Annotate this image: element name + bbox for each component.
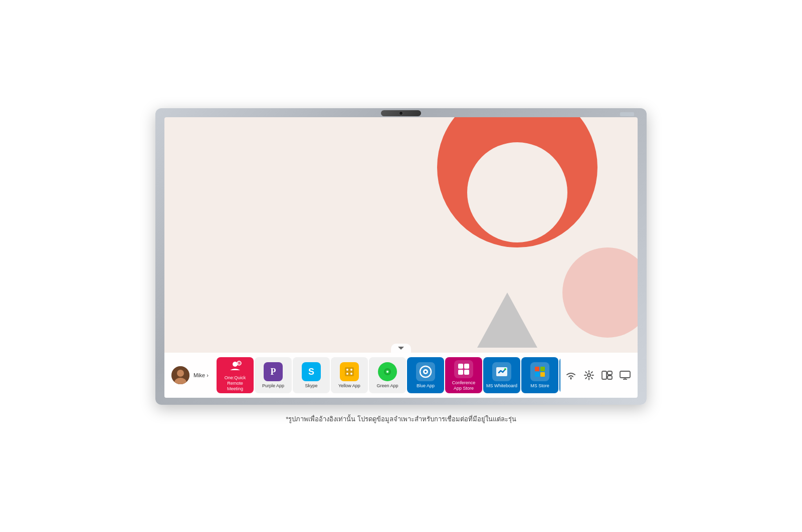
bg-circle-red-inner <box>467 142 567 242</box>
blue-label: Blue App <box>417 383 435 389</box>
chevron-down-icon <box>398 347 404 350</box>
bg-triangle <box>477 293 537 348</box>
monitor-indicator <box>620 112 634 116</box>
svg-rect-25 <box>540 367 545 371</box>
green-label: Green App <box>376 383 398 389</box>
app-mswhiteboard[interactable]: MS Whiteboard <box>483 357 520 393</box>
conference-label: ConferenceApp Store <box>452 380 476 391</box>
mswhiteboard-label: MS Whiteboard <box>486 383 517 389</box>
svg-rect-6 <box>345 367 354 376</box>
skype-icon: S <box>302 362 321 381</box>
avatar <box>171 366 189 384</box>
svg-rect-20 <box>458 370 463 375</box>
svg-point-41 <box>587 374 590 377</box>
svg-point-10 <box>350 373 352 375</box>
svg-rect-21 <box>464 370 469 375</box>
svg-rect-26 <box>535 372 539 377</box>
app-skype[interactable]: S Skype <box>293 357 330 393</box>
wifi-icon[interactable] <box>565 370 576 381</box>
user-section[interactable]: Mike › <box>171 366 209 384</box>
app-blue[interactable]: Blue App <box>407 357 444 393</box>
taskbar-handle[interactable] <box>391 344 411 353</box>
svg-rect-43 <box>608 371 612 375</box>
system-icons <box>560 370 631 381</box>
svg-point-40 <box>570 378 572 379</box>
purple-label: Purple App <box>262 383 284 389</box>
split-screen-icon[interactable] <box>602 370 613 381</box>
screen: Mike › ! One:Q <box>164 117 638 398</box>
app-purple[interactable]: P Purple App <box>255 357 292 393</box>
taskbar: Mike › ! One:Q <box>164 353 638 398</box>
svg-point-9 <box>346 373 348 375</box>
conference-icon <box>454 360 473 378</box>
msstore-icon <box>530 362 549 381</box>
blue-icon <box>416 362 435 381</box>
svg-text:!: ! <box>238 362 239 365</box>
svg-rect-45 <box>620 371 630 378</box>
green-icon <box>378 362 397 381</box>
msstore-label: MS Store <box>530 383 549 389</box>
svg-rect-24 <box>535 367 539 371</box>
camera-bar <box>381 110 421 116</box>
svg-rect-19 <box>464 364 469 369</box>
skype-label: Skype <box>305 383 317 389</box>
settings-icon[interactable] <box>583 370 594 381</box>
app-conference[interactable]: ConferenceApp Store <box>445 357 482 393</box>
svg-point-7 <box>346 369 348 371</box>
svg-point-1 <box>177 370 184 377</box>
purple-icon: P <box>264 362 283 381</box>
app-green[interactable]: Green App <box>369 357 406 393</box>
footer-text: *รูปภาพเพื่ออ้างอิงเท่านั้น โปรดดูข้อมูล… <box>286 414 516 424</box>
app-msstore[interactable]: MS Store <box>521 357 558 393</box>
display-icon[interactable] <box>620 370 631 381</box>
svg-point-14 <box>386 371 388 373</box>
svg-rect-27 <box>540 372 545 377</box>
yellow-label: Yellow App <box>338 383 360 389</box>
one-quick-icon: ! <box>226 359 245 373</box>
one-quick-label: One:QuickRemote Meeting <box>219 375 252 391</box>
svg-point-17 <box>425 371 427 373</box>
svg-point-8 <box>350 369 352 371</box>
camera-lens <box>399 111 403 115</box>
app-one-quick[interactable]: ! One:QuickRemote Meeting <box>217 357 254 393</box>
page-wrapper: Mike › ! One:Q <box>0 0 802 532</box>
user-name: Mike › <box>193 372 209 378</box>
mswhiteboard-icon <box>492 362 511 381</box>
yellow-icon <box>340 362 359 381</box>
svg-point-23 <box>504 368 506 370</box>
monitor-frame: Mike › ! One:Q <box>155 108 647 405</box>
svg-rect-18 <box>458 364 463 369</box>
apps-row: ! One:QuickRemote Meeting P Purple App <box>217 357 560 393</box>
bg-circle-pink <box>562 247 638 338</box>
app-yellow[interactable]: Yellow App <box>331 357 368 393</box>
svg-rect-44 <box>608 376 612 379</box>
svg-rect-42 <box>602 371 607 379</box>
